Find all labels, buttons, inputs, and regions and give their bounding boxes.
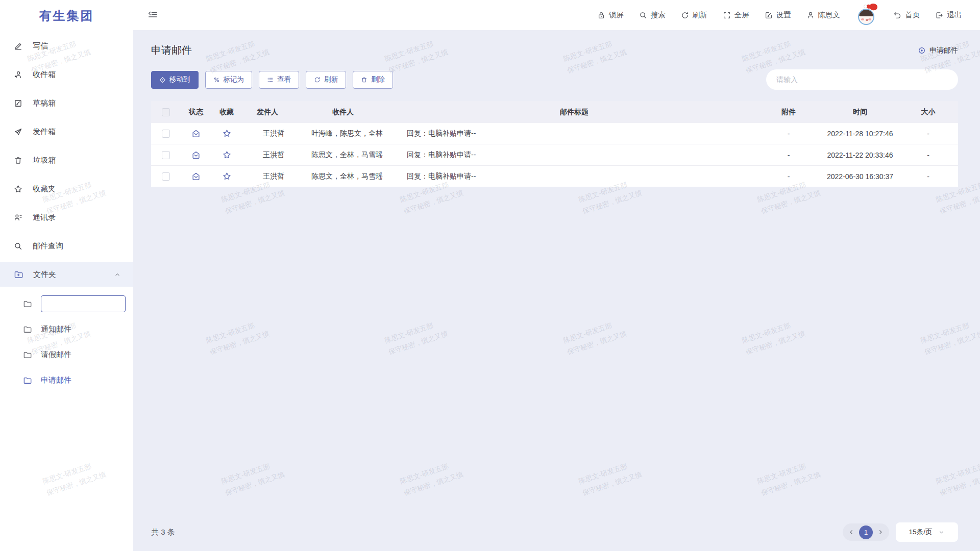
delete-button[interactable]: 删除 — [353, 71, 393, 89]
row-sender: 王洪哲 — [242, 123, 293, 144]
sidebar-item-mail-search[interactable]: 邮件查询 — [0, 232, 133, 260]
folder-new-row — [0, 291, 133, 316]
sidebar-item-folders[interactable]: 文件夹 — [0, 262, 133, 287]
location-pin-icon — [918, 46, 926, 55]
pencil-icon — [14, 42, 22, 51]
row-checkbox[interactable] — [162, 151, 170, 159]
sidebar-item-inbox[interactable]: 收件箱 — [0, 60, 133, 89]
column-header-time: 时间 — [822, 101, 898, 123]
person-arrow-icon — [14, 70, 22, 79]
page-size-select[interactable]: 15条/页 — [896, 522, 958, 542]
chevron-down-icon — [938, 529, 945, 536]
row-attachment: - — [755, 166, 822, 187]
select-all-checkbox[interactable] — [162, 108, 170, 116]
mark-icon — [213, 77, 220, 83]
main-content: 申请邮件 申请邮件 移动到 标记为 查看 刷新 删除 — [133, 30, 980, 551]
move-to-label: 移动到 — [169, 75, 190, 84]
next-page-icon[interactable] — [877, 529, 884, 536]
contacts-icon — [14, 213, 22, 222]
search-button[interactable]: 搜索 — [639, 10, 666, 20]
row-recipients: 陈思文，全林，马雪瑶 — [293, 166, 393, 187]
move-to-button[interactable]: 移动到 — [151, 71, 199, 89]
sidebar-item-trash[interactable]: 垃圾箱 — [0, 146, 133, 174]
folders-label: 文件夹 — [33, 270, 56, 280]
chevron-up-icon[interactable] — [114, 271, 121, 278]
sidebar-item-favorites[interactable]: 收藏夹 — [0, 174, 133, 203]
favorite-star-icon[interactable] — [223, 172, 231, 181]
sidebar: 有生集团 写信 收件箱 草稿箱 发件箱 垃圾箱 收藏夹 通讯录 邮件查询 文件夹 — [0, 0, 133, 551]
table-row[interactable]: 王洪哲 陈思文，全林，马雪瑶 回复：电脑补贴申请-- - 2022-11-22 … — [151, 144, 958, 166]
lock-screen-button[interactable]: 锁屏 — [597, 10, 624, 20]
table-row[interactable]: 王洪哲 叶海峰，陈思文，全林 回复：电脑补贴申请-- - 2022-11-28 … — [151, 123, 958, 144]
column-header-size: 大小 — [898, 101, 958, 123]
row-attachment: - — [755, 144, 822, 165]
sidebar-item-label: 发件箱 — [33, 127, 56, 137]
avatar-face — [858, 9, 874, 25]
user-avatar[interactable] — [855, 4, 878, 27]
avatar-pompom — [864, 5, 867, 8]
fullscreen-button[interactable]: 全屏 — [723, 10, 749, 20]
prev-page-icon[interactable] — [848, 529, 855, 536]
fullscreen-icon — [723, 11, 731, 19]
mail-search-input[interactable] — [766, 69, 958, 90]
table-header-row: 状态 收藏 发件人 收件人 邮件标题 附件 时间 大小 — [151, 101, 958, 123]
table-footer: 共 3 条 1 15条/页 — [151, 519, 958, 545]
search-icon — [14, 242, 22, 251]
sidebar-item-contacts[interactable]: 通讯录 — [0, 203, 133, 232]
row-checkbox[interactable] — [162, 172, 170, 181]
row-subject: 回复：电脑补贴申请-- — [393, 123, 755, 144]
settings-label: 设置 — [776, 10, 791, 20]
document-edit-icon — [14, 99, 22, 108]
fullscreen-label: 全屏 — [734, 10, 749, 20]
total-count: 共 3 条 — [151, 528, 175, 537]
sidebar-item-label: 通讯录 — [33, 213, 56, 222]
star-icon — [14, 185, 22, 193]
logout-button[interactable]: 退出 — [935, 10, 962, 20]
page-title: 申请邮件 — [151, 43, 192, 57]
favorite-star-icon[interactable] — [223, 129, 231, 138]
view-label: 查看 — [277, 75, 291, 84]
row-sender: 王洪哲 — [242, 144, 293, 165]
page-number-button[interactable]: 1 — [859, 525, 873, 539]
trash-icon — [14, 156, 22, 165]
lock-icon — [597, 11, 605, 19]
mail-open-icon — [191, 172, 201, 181]
page-size-value: 15条/页 — [909, 528, 933, 537]
pagination: 1 — [843, 523, 889, 541]
favorite-star-icon[interactable] — [223, 151, 231, 159]
refresh-list-button[interactable]: 刷新 — [306, 71, 346, 89]
delete-label: 删除 — [371, 75, 385, 84]
refresh-icon — [314, 77, 321, 83]
home-button[interactable]: 首页 — [893, 10, 920, 20]
row-recipients: 陈思文，全林，马雪瑶 — [293, 144, 393, 165]
folder-item-leave[interactable]: 请假邮件 — [0, 342, 133, 367]
refresh-button[interactable]: 刷新 — [681, 10, 707, 20]
row-checkbox[interactable] — [162, 130, 170, 138]
folder-list: 通知邮件 请假邮件 申请邮件 — [0, 287, 133, 393]
sidebar-item-label: 垃圾箱 — [33, 156, 56, 165]
search-label: 搜索 — [651, 10, 666, 20]
breadcrumb[interactable]: 申请邮件 — [918, 46, 958, 55]
collapse-sidebar-icon[interactable] — [148, 10, 158, 20]
mark-as-button[interactable]: 标记为 — [205, 71, 253, 89]
folder-item-apply[interactable]: 申请邮件 — [0, 367, 133, 393]
table-row[interactable]: 王洪哲 陈思文，全林，马雪瑶 回复：电脑补贴申请-- - 2022-06-30 … — [151, 166, 958, 187]
column-header-favorite: 收藏 — [211, 101, 242, 123]
search-icon — [639, 11, 647, 19]
row-subject: 回复：电脑补贴申请-- — [393, 144, 755, 165]
column-header-status: 状态 — [181, 101, 211, 123]
breadcrumb-label: 申请邮件 — [929, 46, 958, 55]
sidebar-item-sent[interactable]: 发件箱 — [0, 117, 133, 146]
user-menu[interactable]: 陈思文 — [806, 10, 841, 20]
sidebar-item-compose[interactable]: 写信 — [0, 32, 133, 60]
sidebar-item-drafts[interactable]: 草稿箱 — [0, 89, 133, 117]
row-recipients: 叶海峰，陈思文，全林 — [293, 123, 393, 144]
view-button[interactable]: 查看 — [259, 71, 299, 89]
row-time: 2022-11-28 10:27:46 — [822, 123, 898, 144]
settings-button[interactable]: 设置 — [765, 10, 791, 20]
column-header-sender: 发件人 — [242, 101, 293, 123]
folder-item-notice[interactable]: 通知邮件 — [0, 316, 133, 342]
edit-square-icon — [765, 11, 773, 19]
refresh-list-label: 刷新 — [324, 75, 338, 84]
new-folder-input[interactable] — [41, 295, 126, 312]
